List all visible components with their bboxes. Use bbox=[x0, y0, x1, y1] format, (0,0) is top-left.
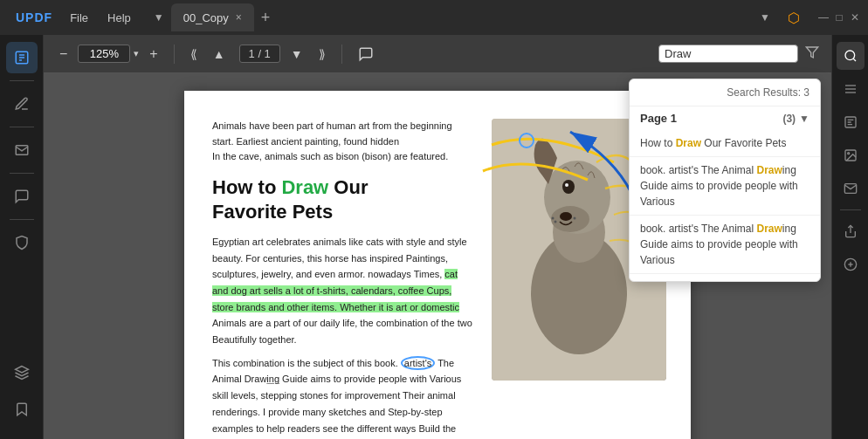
titlebar-right: ▼ ⬡ — □ ✕ bbox=[753, 6, 861, 30]
left-sidebar bbox=[0, 35, 44, 439]
toolbar-divider-1 bbox=[174, 45, 175, 64]
result1-pre: How to bbox=[640, 137, 676, 149]
pdf-heading: How to Draw OurFavorite Pets bbox=[212, 175, 474, 225]
right-icon-image[interactable] bbox=[837, 141, 865, 169]
svg-line-21 bbox=[853, 58, 856, 61]
tab-add-icon[interactable]: + bbox=[254, 9, 278, 27]
search-page-label: Page 1 bbox=[640, 112, 677, 125]
sidebar-divider-2 bbox=[10, 127, 34, 127]
right-icon-search[interactable] bbox=[837, 42, 865, 70]
zoom-out-button[interactable]: − bbox=[54, 43, 72, 65]
search-filter-icon[interactable] bbox=[803, 44, 821, 64]
zoom-dropdown-icon[interactable]: ▾ bbox=[134, 48, 139, 59]
search-input[interactable] bbox=[665, 47, 778, 60]
result2-highlight: Draw bbox=[756, 164, 782, 176]
page-prev-button[interactable]: ▲ bbox=[208, 44, 231, 65]
svg-point-14 bbox=[562, 180, 575, 194]
result3-highlight: Draw bbox=[756, 223, 782, 235]
highlighted-text: cat and dog art sells a lot of t-shirts,… bbox=[212, 269, 459, 312]
search-page-header: Page 1 (3) ▼ bbox=[630, 106, 820, 130]
search-dropdown: Search Results: 3 Page 1 (3) ▼ How to Dr… bbox=[629, 79, 821, 282]
chevron-down-icon-search[interactable]: ▼ bbox=[799, 113, 809, 125]
file-menu[interactable]: File bbox=[61, 8, 97, 28]
content-area: − ▾ + ⟪ ▲ 1 / 1 ▼ ⟫ bbox=[44, 35, 831, 439]
comment-button[interactable] bbox=[353, 43, 379, 65]
right-sidebar-divider bbox=[840, 209, 861, 210]
sidebar-divider-1 bbox=[10, 80, 34, 81]
sidebar-icon-layers[interactable] bbox=[6, 357, 38, 388]
main-area: − ▾ + ⟪ ▲ 1 / 1 ▼ ⟫ bbox=[0, 35, 868, 439]
tab-close-icon[interactable]: × bbox=[236, 11, 242, 24]
page-display: 1 / 1 bbox=[239, 45, 280, 63]
right-icon-plus[interactable] bbox=[837, 250, 865, 278]
pdf-text-column: Animals have been part of human art from… bbox=[212, 119, 474, 439]
sidebar-icon-bookmark[interactable] bbox=[6, 394, 38, 425]
svg-point-18 bbox=[555, 221, 557, 223]
search-result-3[interactable]: book. artist's The Animal Drawing Guide … bbox=[630, 216, 820, 274]
tab-title: 00_Copy bbox=[183, 11, 229, 24]
svg-marker-6 bbox=[806, 47, 817, 58]
sidebar-icon-edit[interactable] bbox=[6, 42, 38, 73]
sidebar-bottom bbox=[6, 357, 38, 432]
tab-area: ▼ 00_Copy × + bbox=[147, 3, 753, 31]
pdf-body-para1: Egyptian art celebrates animals like cat… bbox=[212, 234, 474, 348]
page-next-button[interactable]: ▼ bbox=[286, 44, 308, 65]
zoom-display: ▾ bbox=[78, 45, 139, 63]
right-icon-email[interactable] bbox=[837, 175, 865, 202]
right-sidebar bbox=[831, 35, 868, 439]
svg-point-19 bbox=[574, 217, 576, 220]
brand-icon[interactable]: ⬡ bbox=[781, 6, 807, 30]
search-results-header: Search Results: 3 bbox=[630, 79, 820, 106]
titlebar-menu: File Help bbox=[61, 8, 140, 28]
right-icon-ocr[interactable] bbox=[837, 108, 865, 136]
svg-point-20 bbox=[845, 51, 855, 60]
close-button[interactable]: ✕ bbox=[849, 11, 861, 24]
pdf-body-para2: This combination is the subject of this … bbox=[212, 355, 474, 439]
search-container: Search Results: 3 Page 1 (3) ▼ How to Dr… bbox=[658, 44, 821, 64]
heading-draw-word: Draw bbox=[281, 176, 328, 198]
sidebar-icon-pen[interactable] bbox=[6, 88, 38, 120]
toolbar-divider-2 bbox=[341, 45, 342, 64]
result2-pre: book. artist's The Animal bbox=[640, 164, 756, 176]
chevron-down-icon2[interactable]: ▼ bbox=[753, 8, 777, 27]
titlebar: UPDF File Help ▼ 00_Copy × + ▼ ⬡ — □ ✕ bbox=[0, 0, 868, 35]
result3-pre: book. artist's The Animal bbox=[640, 223, 756, 235]
search-result-2[interactable]: book. artist's The Animal Drawing Guide … bbox=[630, 157, 820, 216]
sidebar-divider-4 bbox=[10, 219, 34, 220]
search-result-1[interactable]: How to Draw Our Favorite Pets bbox=[630, 130, 820, 157]
right-icon-share[interactable] bbox=[837, 217, 865, 245]
help-menu[interactable]: Help bbox=[99, 8, 140, 28]
svg-point-27 bbox=[847, 153, 849, 154]
maximize-button[interactable]: □ bbox=[833, 11, 845, 24]
sidebar-icon-form[interactable] bbox=[6, 134, 38, 166]
pdf-page: Animals have been part of human art from… bbox=[184, 91, 691, 439]
circled-text: artist's bbox=[401, 356, 435, 370]
toolbar: − ▾ + ⟪ ▲ 1 / 1 ▼ ⟫ bbox=[44, 35, 831, 73]
page-first-button[interactable]: ⟪ bbox=[185, 44, 203, 65]
updf-logo: UPDF bbox=[7, 10, 61, 24]
zoom-input[interactable] bbox=[78, 45, 130, 63]
svg-marker-5 bbox=[15, 367, 28, 374]
chevron-down-icon[interactable]: ▼ bbox=[147, 8, 171, 27]
search-page-count: (3) ▼ bbox=[782, 113, 809, 125]
result1-post: Our Favorite Pets bbox=[701, 137, 786, 149]
result1-highlight: Draw bbox=[676, 137, 701, 149]
pdf-intro-text: Animals have been part of human art from… bbox=[212, 119, 474, 165]
svg-point-15 bbox=[565, 183, 568, 187]
sidebar-icon-protect[interactable] bbox=[6, 227, 38, 258]
right-icon-menu[interactable] bbox=[837, 75, 865, 103]
search-input-wrapper[interactable] bbox=[658, 45, 798, 63]
minimize-button[interactable]: — bbox=[817, 11, 830, 24]
page-indicator: 1 / 1 bbox=[239, 45, 280, 63]
svg-point-16 bbox=[560, 212, 572, 221]
sidebar-divider-3 bbox=[10, 173, 34, 174]
tab-00-copy[interactable]: 00_Copy × bbox=[171, 3, 254, 31]
zoom-in-button[interactable]: + bbox=[144, 43, 162, 65]
page-last-button[interactable]: ⟫ bbox=[313, 44, 331, 65]
sidebar-icon-comment[interactable] bbox=[6, 181, 38, 212]
svg-point-17 bbox=[552, 217, 555, 220]
